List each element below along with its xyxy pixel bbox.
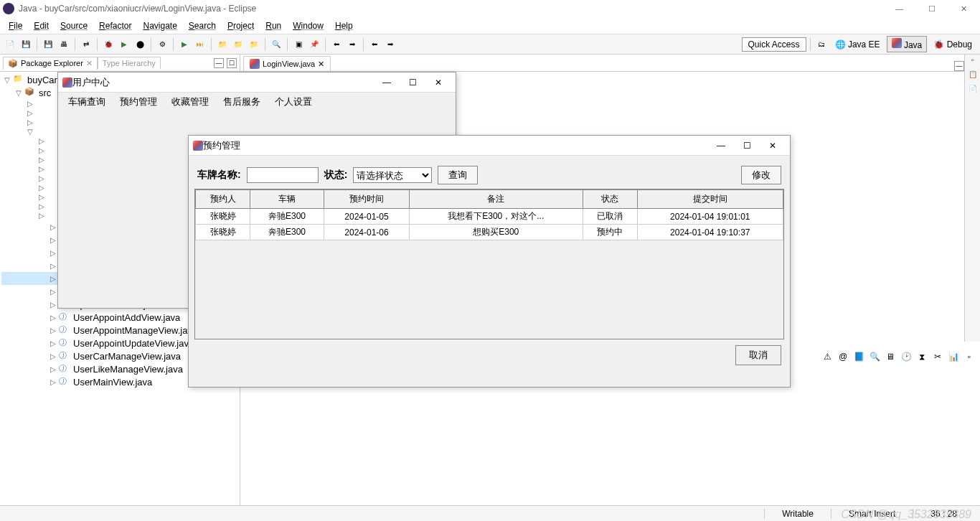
debug-icon[interactable]: 🐞 [101, 37, 116, 52]
table-cell: 想购买E300 [409, 225, 583, 240]
toolbar: 📄 💾 💾 🖶 ⇄ 🐞 ▶ ⬤ ⚙ ▶ ⏭ 📁 📁 📁 🔍 ▣ 📌 ⬅ ➡ ⬅ … [0, 34, 980, 55]
maximize-view-icon[interactable]: ☐ [227, 58, 237, 68]
table-cell: 2024-01-04 19:01:01 [637, 209, 783, 225]
open-type-icon[interactable]: 📁 [247, 37, 261, 52]
switch-icon[interactable]: ⇄ [79, 37, 93, 52]
table-cell: 2024-01-04 19:10:37 [637, 225, 783, 240]
save-all-icon[interactable]: 💾 [41, 37, 55, 52]
coverage-view-icon[interactable]: 📊 [947, 350, 960, 363]
status-cursor-position: 36 : 28 [913, 509, 974, 519]
right-toolstrip: ▫ 📋 📄 [964, 55, 980, 342]
forward-icon[interactable]: ➡ [383, 37, 397, 52]
editor-tab-loginview[interactable]: LoginView.java ✕ [243, 56, 331, 71]
problems-icon[interactable]: ⚠ [821, 350, 834, 363]
snippets-icon[interactable]: ✂ [931, 350, 944, 363]
progress-icon[interactable]: ⧗ [915, 350, 928, 363]
new-button-icon[interactable]: 📄 [3, 37, 17, 52]
dialog-maximize-button[interactable]: ☐ [400, 75, 425, 90]
window-minimize-button[interactable]: — [883, 0, 915, 17]
search-view-icon[interactable]: 🔍 [868, 350, 881, 363]
back-icon[interactable]: ⬅ [367, 37, 382, 52]
menu-personal-settings[interactable]: 个人设置 [268, 93, 319, 111]
search-icon[interactable]: 🔍 [269, 37, 283, 52]
perspective-java[interactable]: Java [887, 36, 928, 52]
status-writable: Writable [764, 509, 831, 519]
table-cell: 我想看下E300，对这个... [409, 209, 583, 225]
run-icon[interactable]: ▶ [117, 37, 131, 52]
bottom-toolstrip: ⚠ @ 📘 🔍 🖥 🕑 ⧗ ✂ 📊 ▫ [821, 350, 976, 363]
quick-access-input[interactable]: Quick Access [742, 37, 806, 52]
new-folder-icon[interactable]: 📁 [231, 37, 245, 52]
dialog-close-button[interactable]: ✕ [760, 138, 786, 154]
outline-icon[interactable]: 📄 [966, 85, 979, 98]
menu-favorites[interactable]: 收藏管理 [164, 93, 216, 111]
javadoc-icon[interactable]: @ [837, 350, 849, 363]
run-green-icon[interactable]: ▶ [177, 37, 192, 52]
dialog-minimize-button[interactable]: — [708, 138, 734, 154]
next-annotation-icon[interactable]: ➡ [345, 37, 359, 52]
pin-icon[interactable]: 📌 [307, 37, 321, 52]
coverage-icon[interactable]: ⬤ [133, 37, 147, 52]
cancel-button[interactable]: 取消 [735, 345, 781, 365]
declaration-icon[interactable]: 📘 [852, 350, 865, 363]
window-close-button[interactable]: ✕ [948, 0, 980, 17]
menu-after-sales[interactable]: 售后服务 [216, 93, 268, 111]
console-icon[interactable]: 🖥 [884, 350, 897, 363]
skip-icon[interactable]: ⏭ [193, 37, 207, 52]
perspective-javaee[interactable]: 🌐 Java EE [830, 37, 885, 52]
menu-refactor[interactable]: Refactor [93, 19, 137, 32]
new-package-icon[interactable]: 📁 [215, 37, 230, 52]
table-header[interactable]: 预约时间 [324, 190, 410, 209]
menu-source[interactable]: Source [55, 19, 93, 32]
close-icon[interactable]: ✕ [318, 60, 324, 69]
menu-search[interactable]: Search [183, 19, 222, 32]
menu-edit[interactable]: Edit [28, 19, 55, 32]
carname-input[interactable] [247, 167, 319, 183]
table-row[interactable]: 张晓婷奔驰E3002024-01-06想购买E300预约中2024-01-04 … [196, 225, 783, 240]
dialog-maximize-button[interactable]: ☐ [734, 138, 760, 154]
query-button[interactable]: 查询 [438, 166, 478, 184]
table-header[interactable]: 备注 [409, 190, 583, 209]
minimize-editor-icon[interactable]: — [954, 61, 964, 71]
status-select[interactable]: 请选择状态 [353, 167, 432, 183]
minimize-view-icon[interactable]: — [214, 58, 224, 68]
table-header[interactable]: 预约人 [196, 190, 250, 209]
window-maximize-button[interactable]: ☐ [915, 0, 948, 17]
table-cell: 奔驰E300 [250, 209, 324, 225]
restore-views-icon[interactable]: ▫ [963, 350, 976, 363]
print-icon[interactable]: 🖶 [57, 37, 71, 52]
close-icon[interactable]: ✕ [86, 59, 93, 68]
table-cell: 张晓婷 [196, 209, 250, 225]
modify-button[interactable]: 修改 [741, 166, 781, 184]
menu-project[interactable]: Project [222, 19, 260, 32]
dialog-close-button[interactable]: ✕ [425, 75, 451, 90]
menu-vehicle-query[interactable]: 车辆查询 [61, 93, 113, 111]
menu-appointment[interactable]: 预约管理 [113, 93, 164, 111]
table-cell: 2024-01-06 [324, 225, 410, 240]
table-header[interactable]: 提交时间 [637, 190, 783, 209]
ext-tools-icon[interactable]: ⚙ [155, 37, 169, 52]
table-header[interactable]: 车辆 [250, 190, 324, 209]
dialog-minimize-button[interactable]: — [374, 75, 400, 90]
menu-navigate[interactable]: Navigate [137, 19, 182, 32]
table-cell: 已取消 [583, 209, 637, 225]
menu-file[interactable]: File [3, 19, 28, 32]
open-perspective-icon[interactable]: 🗂 [814, 37, 829, 52]
table-header[interactable]: 状态 [583, 190, 637, 209]
table-row[interactable]: 张晓婷奔驰E3002024-01-05我想看下E300，对这个...已取消202… [196, 209, 783, 225]
dialog-title: 预约管理 [203, 139, 240, 152]
task-list-icon[interactable]: 📋 [966, 70, 979, 83]
toggle-icon[interactable]: ▣ [291, 37, 306, 52]
menu-run[interactable]: Run [260, 19, 287, 32]
prev-annotation-icon[interactable]: ⬅ [329, 37, 344, 52]
type-hierarchy-tab[interactable]: Type Hierarchy [98, 57, 161, 69]
appointment-table[interactable]: 预约人车辆预约时间备注状态提交时间 张晓婷奔驰E3002024-01-05我想看… [195, 189, 783, 240]
perspective-debug[interactable]: 🐞 Debug [928, 37, 977, 52]
save-dropdown-icon[interactable]: 💾 [19, 37, 33, 52]
package-explorer-tab[interactable]: 📦 Package Explorer ✕ [3, 57, 98, 70]
menu-window[interactable]: Window [287, 19, 329, 32]
menu-help[interactable]: Help [329, 19, 359, 32]
history-icon[interactable]: 🕑 [900, 350, 913, 363]
table-cell: 奔驰E300 [250, 225, 324, 240]
restore-icon[interactable]: ▫ [966, 56, 979, 69]
